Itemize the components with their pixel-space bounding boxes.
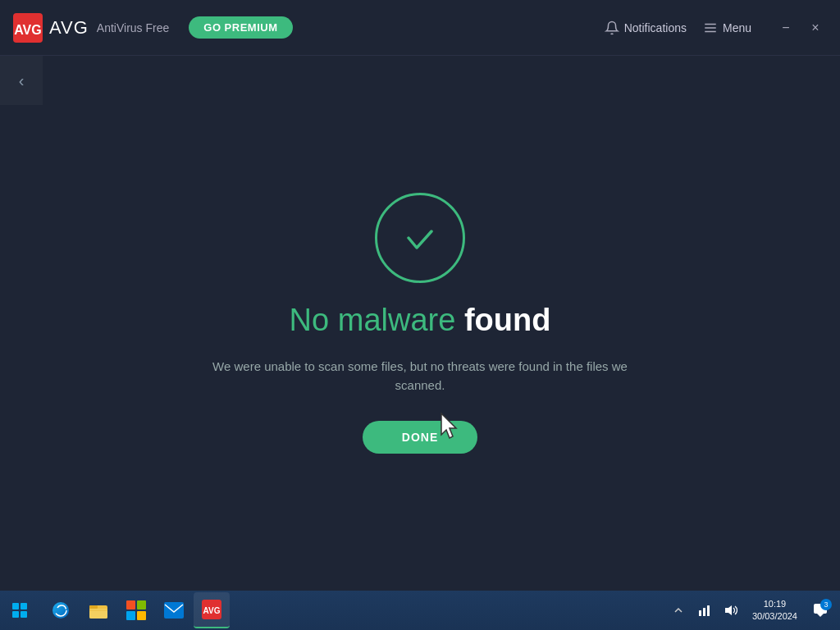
avg-logo-icon: AVG	[13, 13, 43, 43]
app-logo-text: AVG	[49, 17, 89, 39]
clock-date: 30/03/2024	[752, 610, 797, 623]
taskbar-clock[interactable]: 10:19 30/03/2024	[746, 598, 804, 623]
menu-button[interactable]: Menu	[703, 21, 751, 35]
title-bar: AVG AVG AntiVirus Free GO PREMIUM Notifi…	[0, 0, 840, 56]
svg-rect-11	[126, 611, 135, 620]
success-circle	[375, 193, 465, 283]
svg-text:AVG: AVG	[203, 606, 221, 615]
svg-rect-17	[703, 608, 705, 616]
svg-rect-13	[164, 602, 184, 619]
back-button[interactable]: ‹	[0, 56, 43, 105]
back-chevron-icon: ‹	[19, 71, 25, 90]
result-subtitle: We were unable to scan some files, but n…	[190, 358, 650, 395]
notification-center-button[interactable]: 3	[807, 594, 833, 627]
svg-rect-12	[137, 611, 146, 620]
taskbar-edge-icon[interactable]	[43, 592, 79, 628]
svg-rect-18	[707, 605, 710, 616]
notifications-label: Notifications	[624, 21, 687, 34]
go-premium-button[interactable]: GO PREMIUM	[189, 16, 292, 39]
taskbar-explorer-icon[interactable]	[80, 592, 116, 628]
bell-icon	[605, 21, 619, 35]
svg-marker-19	[725, 605, 732, 615]
volume-icon[interactable]	[719, 594, 742, 627]
svg-text:AVG: AVG	[14, 23, 41, 37]
taskbar: AVG 10:	[0, 591, 840, 630]
menu-icon	[703, 21, 718, 35]
taskbar-mail-icon[interactable]	[156, 592, 192, 628]
svg-rect-7	[89, 605, 98, 609]
tray-chevron-icon[interactable]	[667, 594, 690, 627]
system-tray: 10:19 30/03/2024 3	[667, 594, 840, 627]
avg-window: AVG AVG AntiVirus Free GO PREMIUM Notifi…	[0, 0, 840, 591]
notification-badge: 3	[820, 599, 832, 610]
taskbar-pinned-apps: AVG	[39, 592, 233, 628]
avg-logo: AVG AVG AntiVirus Free	[13, 13, 169, 43]
done-button[interactable]: DONE	[363, 421, 477, 454]
clock-time: 10:19	[752, 598, 797, 610]
menu-label: Menu	[723, 21, 751, 34]
windows-logo-icon	[12, 603, 27, 618]
taskbar-avg-icon[interactable]: AVG	[194, 592, 230, 628]
result-title: No malware found	[290, 303, 551, 338]
app-subtitle: AntiVirus Free	[97, 21, 169, 34]
notifications-button[interactable]: Notifications	[605, 21, 687, 35]
title-bar-right: Notifications Menu − ×	[605, 16, 827, 39]
close-button[interactable]: ×	[804, 16, 827, 39]
start-button[interactable]	[0, 591, 39, 630]
checkmark-icon	[397, 215, 443, 261]
window-controls: − ×	[774, 16, 827, 39]
result-title-green: No malware	[290, 303, 456, 337]
svg-rect-9	[126, 600, 135, 609]
svg-rect-10	[137, 600, 146, 609]
network-icon[interactable]	[693, 594, 716, 627]
taskbar-store-icon[interactable]	[118, 592, 154, 628]
result-title-white: found	[464, 303, 551, 337]
main-content: No malware found We were unable to scan …	[0, 56, 840, 591]
svg-rect-16	[699, 610, 701, 616]
minimize-button[interactable]: −	[774, 16, 797, 39]
